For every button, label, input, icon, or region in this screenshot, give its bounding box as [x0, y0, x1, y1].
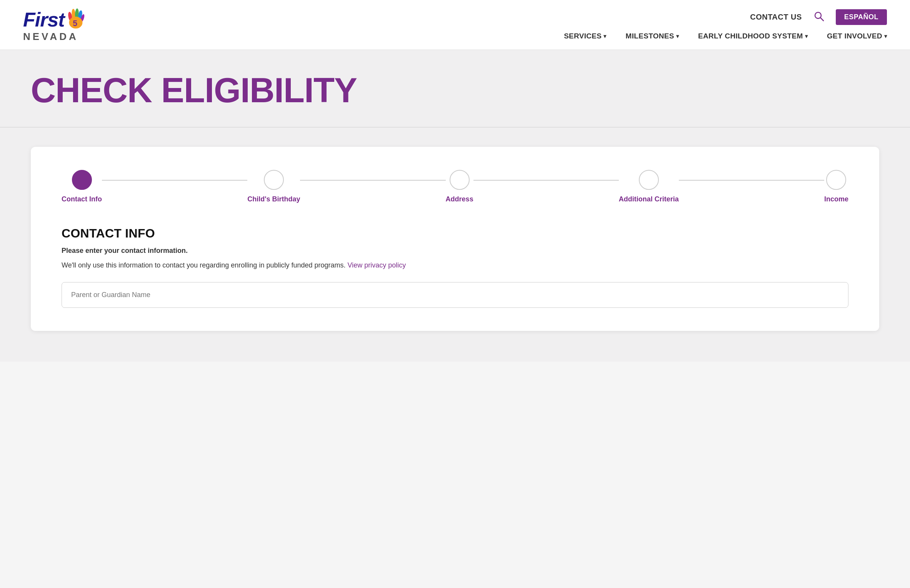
chevron-down-icon: ▾: [603, 33, 606, 39]
form-section: CONTACT INFO Please enter your contact i…: [62, 226, 848, 308]
form-description: We'll only use this information to conta…: [62, 260, 848, 271]
step-connector-3: [473, 180, 619, 181]
svg-text:5: 5: [73, 19, 77, 28]
chevron-down-icon: ▾: [676, 33, 679, 39]
step-circle-1: [72, 170, 92, 190]
step-income[interactable]: Income: [824, 170, 848, 203]
espanol-button[interactable]: ESPAÑOL: [836, 9, 887, 25]
step-connector-4: [679, 180, 824, 181]
step-label-5: Income: [824, 195, 848, 203]
parent-guardian-name-input[interactable]: [62, 282, 848, 308]
page-title: CHECK ELIGIBILITY: [31, 73, 879, 108]
step-circle-5: [826, 170, 846, 190]
site-header: First 5 NEVADA CONTACT US: [0, 0, 910, 50]
step-label-4: Additional Criteria: [619, 195, 679, 203]
step-circle-2: [264, 170, 284, 190]
hero-section: CHECK ELIGIBILITY: [0, 50, 910, 128]
step-circle-3: [450, 170, 470, 190]
contact-us-link[interactable]: CONTACT US: [750, 13, 802, 22]
step-contact-info[interactable]: Contact Info: [62, 170, 102, 203]
nav-right: CONTACT US ESPAÑOL SERVICES ▾ MILESTONES…: [564, 9, 887, 40]
main-nav: SERVICES ▾ MILESTONES ▾ EARLY CHILDHOOD …: [564, 32, 887, 40]
privacy-policy-link[interactable]: View privacy policy: [348, 261, 406, 269]
chevron-down-icon: ▾: [884, 33, 887, 39]
step-connector-2: [300, 180, 445, 181]
logo-first-text: First: [23, 10, 65, 30]
chevron-down-icon: ▾: [805, 33, 808, 39]
step-label-3: Address: [446, 195, 473, 203]
nav-item-get-involved[interactable]: GET INVOLVED ▾: [827, 32, 887, 40]
step-label-1: Contact Info: [62, 195, 102, 203]
step-additional-criteria[interactable]: Additional Criteria: [619, 170, 679, 203]
logo-hand-icon: 5: [65, 8, 87, 31]
step-label-2: Child's Birthday: [247, 195, 300, 203]
nav-item-services[interactable]: SERVICES ▾: [564, 32, 606, 40]
top-links: CONTACT US ESPAÑOL: [750, 9, 887, 25]
search-icon: [813, 11, 824, 22]
nav-item-milestones[interactable]: MILESTONES ▾: [626, 32, 679, 40]
form-section-title: CONTACT INFO: [62, 226, 848, 241]
form-card: Contact Info Child's Birthday Address Ad…: [31, 147, 879, 331]
step-connector-1: [102, 180, 247, 181]
main-content: Contact Info Child's Birthday Address Ad…: [0, 128, 910, 362]
step-address[interactable]: Address: [446, 170, 473, 203]
nav-item-early-childhood[interactable]: EARLY CHILDHOOD SYSTEM ▾: [698, 32, 808, 40]
stepper: Contact Info Child's Birthday Address Ad…: [62, 170, 848, 203]
search-button[interactable]: [813, 11, 824, 24]
step-childs-birthday[interactable]: Child's Birthday: [247, 170, 300, 203]
step-circle-4: [639, 170, 659, 190]
logo-nevada-text: NEVADA: [23, 32, 87, 42]
form-subtitle: Please enter your contact information.: [62, 247, 848, 255]
logo[interactable]: First 5 NEVADA: [23, 8, 87, 42]
svg-line-8: [820, 18, 823, 21]
